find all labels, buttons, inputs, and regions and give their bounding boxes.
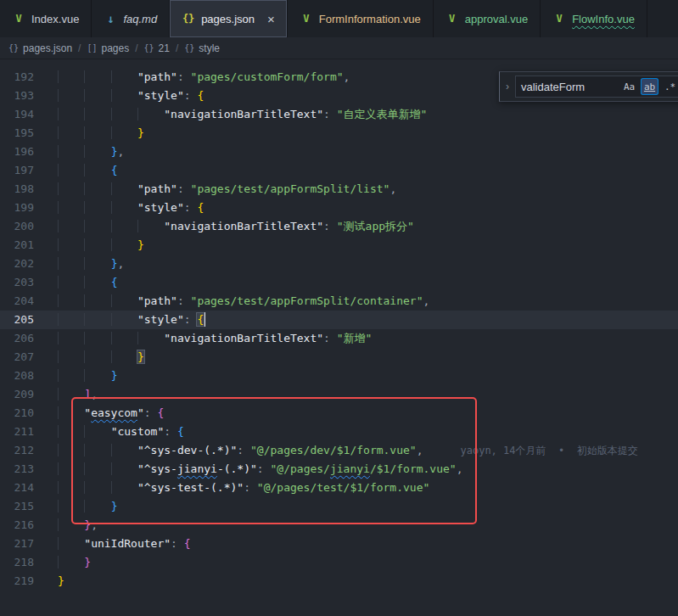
symbol-icon: {} <box>8 43 19 53</box>
code-token: -(.*)" <box>217 462 257 475</box>
code-line-212[interactable]: 212 "^sys-dev-(.*)": "@/pages/dev/$1/for… <box>0 441 678 460</box>
code-token <box>58 556 84 568</box>
code-token <box>58 369 84 382</box>
code-token: "pages/customForm/form" <box>191 70 344 83</box>
code-text: "navigationBarTitleText": "新增" <box>58 329 372 348</box>
code-token <box>58 406 84 419</box>
code-token <box>84 332 110 344</box>
find-query-text[interactable]: validateForm <box>521 81 618 93</box>
code-line-194[interactable]: 194 "navigationBarTitleText": "自定义表单新增" <box>0 105 678 124</box>
line-number: 195 <box>0 124 34 143</box>
code-line-217[interactable]: 217 "uniIdRouter": { <box>0 535 678 553</box>
code-token: : <box>257 462 271 475</box>
code-line-218[interactable]: 218 } <box>0 553 678 572</box>
code-text: } <box>58 497 117 516</box>
line-number: 214 <box>0 479 34 497</box>
code-text: "style": { <box>58 199 204 217</box>
code-token <box>111 182 137 195</box>
breadcrumb-item-style[interactable]: {}style <box>184 42 220 54</box>
code-line-197[interactable]: 197 { <box>0 161 678 180</box>
breadcrumb: {}pages.json/[]pages/{}21/{}style <box>0 37 678 59</box>
md-file-icon: ↓ <box>104 12 117 25</box>
code-line-203[interactable]: 203 { <box>0 273 678 292</box>
code-token: : <box>237 444 250 456</box>
whole-word-icon[interactable]: ab <box>641 78 658 95</box>
code-token: , <box>417 444 423 456</box>
breadcrumb-item-21[interactable]: {}21 <box>144 42 170 54</box>
code-token: , <box>117 145 124 158</box>
code-line-211[interactable]: 211 "custom": { <box>0 423 678 441</box>
code-line-214[interactable]: 214 "^sys-test-(.*)": "@/pages/test/$1/f… <box>0 479 678 497</box>
code-editor[interactable]: 192 "path": "pages/customForm/form",193 … <box>0 59 678 616</box>
code-text: } <box>58 236 144 255</box>
tab-FlowInfo.vue[interactable]: VFlowInfo.vue <box>541 0 647 37</box>
breadcrumb-label: pages.json <box>23 42 72 54</box>
code-line-196[interactable]: 196 }, <box>0 143 678 161</box>
breadcrumb-item-pages[interactable]: []pages <box>87 42 129 54</box>
code-line-219[interactable]: 219} <box>0 572 678 591</box>
tab-approval.vue[interactable]: Vapproval.vue <box>434 0 541 37</box>
code-line-210[interactable]: 210 "easycom": { <box>0 404 678 423</box>
code-token <box>111 462 137 475</box>
code-token <box>58 89 84 102</box>
code-line-202[interactable]: 202 }, <box>0 255 678 273</box>
code-token <box>58 388 84 400</box>
code-line-208[interactable]: 208 } <box>0 367 678 385</box>
breadcrumb-item-pages.json[interactable]: {}pages.json <box>8 42 72 54</box>
code-token: "^sys-test-(.*)" <box>137 481 244 494</box>
match-case-icon[interactable]: Aa <box>620 78 638 95</box>
vue-file-icon: V <box>445 13 459 25</box>
tab-label: FlowInfo.vue <box>572 13 635 25</box>
code-line-209[interactable]: 209 ], <box>0 385 678 404</box>
code-line-200[interactable]: 200 "navigationBarTitleText": "测试app拆分" <box>0 217 678 236</box>
code-line-206[interactable]: 206 "navigationBarTitleText": "新增" <box>0 329 678 348</box>
find-input[interactable]: validateForm Aa ab .* <box>515 76 678 98</box>
git-blame-annotation: yaoyn, 14个月前 • 初始版本提交 <box>461 445 638 456</box>
code-token: "pages/test/appFormSplit/container" <box>191 294 423 307</box>
code-token: } <box>137 126 144 139</box>
code-text: } <box>58 367 117 385</box>
code-token <box>84 481 110 494</box>
code-token <box>58 518 84 531</box>
code-text: }, <box>58 516 98 535</box>
code-line-215[interactable]: 215 } <box>0 497 678 516</box>
code-token <box>58 332 84 344</box>
code-token <box>84 425 110 438</box>
line-number: 200 <box>0 217 34 236</box>
tab-pages.json[interactable]: {}pages.json× <box>170 0 288 37</box>
code-line-207[interactable]: 207 } <box>0 348 678 367</box>
close-icon[interactable]: × <box>267 13 275 25</box>
code-token <box>58 313 84 326</box>
code-token: : <box>323 220 337 232</box>
code-token: : <box>177 70 191 83</box>
code-line-195[interactable]: 195 } <box>0 124 678 143</box>
code-text: "^sys-dev-(.*)": "@/pages/dev/$1/form.vu… <box>58 441 638 460</box>
code-token: : <box>144 406 158 419</box>
code-token <box>111 313 137 326</box>
tab-faq.md[interactable]: ↓faq.md <box>92 0 170 37</box>
tab-Index.vue[interactable]: VIndex.vue <box>0 0 92 37</box>
code-token: } <box>84 518 91 531</box>
line-number: 202 <box>0 255 34 273</box>
tab-bar: VIndex.vue↓faq.md{}pages.json×VFormInfor… <box>0 0 678 37</box>
code-line-198[interactable]: 198 "path": "pages/test/appFormSplit/lis… <box>0 180 678 199</box>
code-line-199[interactable]: 199 "style": { <box>0 199 678 217</box>
code-token <box>84 108 110 120</box>
code-token: { <box>197 201 204 214</box>
code-token: "pages/test/appFormSplit/list" <box>191 182 390 195</box>
code-text: "^sys-jianyi-(.*)": "@/pages/jianyi/$1/f… <box>58 460 463 479</box>
code-token: "path" <box>137 182 177 195</box>
line-number: 194 <box>0 105 34 124</box>
code-line-205[interactable]: 205 "style": { <box>0 311 678 329</box>
code-token <box>58 350 84 363</box>
code-line-201[interactable]: 201 } <box>0 236 678 255</box>
line-number: 215 <box>0 497 34 516</box>
code-token: " <box>137 406 144 419</box>
tab-FormInformation.vue[interactable]: VFormInformation.vue <box>288 0 434 37</box>
code-line-204[interactable]: 204 "path": "pages/test/appFormSplit/con… <box>0 292 678 311</box>
line-number: 208 <box>0 367 34 385</box>
code-line-216[interactable]: 216 }, <box>0 516 678 535</box>
chevron-expand-icon[interactable]: › <box>506 81 509 92</box>
regex-icon[interactable]: .* <box>661 78 678 95</box>
code-line-213[interactable]: 213 "^sys-jianyi-(.*)": "@/pages/jianyi/… <box>0 460 678 479</box>
